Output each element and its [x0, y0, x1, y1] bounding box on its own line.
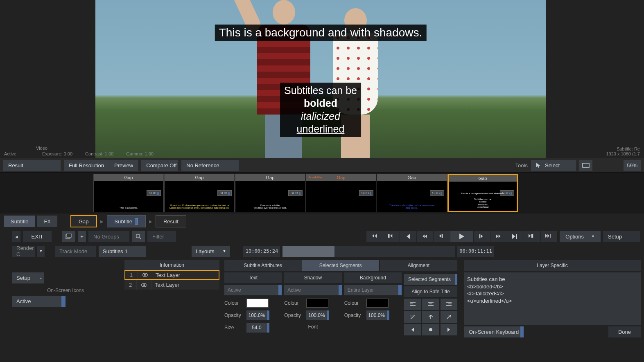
filter-input[interactable]: Filter: [147, 231, 176, 242]
setup-button[interactable]: Setup: [12, 272, 44, 283]
setup-button-top[interactable]: Setup: [603, 231, 640, 242]
go-to-mark-in-button[interactable]: [383, 231, 400, 242]
thumbnail-header: A subtitleGap: [306, 174, 376, 181]
compare-off-button[interactable]: Compare Off: [141, 160, 178, 171]
alignment-column: Selected Segments Align to Safe Title: [404, 272, 457, 335]
tab-selected-segments[interactable]: Selected Segments: [302, 260, 380, 271]
visibility-toggle[interactable]: [138, 271, 152, 279]
options-dropdown[interactable]: Options▼: [560, 231, 601, 242]
alignment-header: Alignment: [380, 260, 457, 271]
full-resolution-button[interactable]: Full Resolution: [64, 160, 109, 171]
align-left-button[interactable]: [404, 299, 421, 310]
nudge-forward-button[interactable]: [474, 231, 490, 242]
align-next-button[interactable]: [441, 324, 457, 335]
text-colour-swatch[interactable]: [246, 299, 269, 308]
alignment-selected-segments[interactable]: Selected Segments: [404, 274, 457, 285]
eye-icon: [142, 273, 148, 277]
visibility-toggle[interactable]: [137, 280, 151, 290]
select-tool-button[interactable]: Select: [531, 160, 576, 171]
viewer-info-right: Subtitle: Re 1920 x 1080 (1.7: [606, 146, 640, 156]
text-opacity-input[interactable]: 100.0%: [246, 310, 269, 320]
go-to-start-button[interactable]: [366, 231, 383, 242]
thumbnail-6[interactable]: Gap SUB This is a background and with sh…: [447, 174, 518, 212]
thumbnail-3[interactable]: Gap SUB One more subtitle,this time over…: [235, 174, 305, 212]
thumbnail-4[interactable]: A subtitleGap SUB: [306, 174, 376, 212]
tab-fx[interactable]: FX: [37, 216, 57, 227]
viewer-canvas[interactable]: This is a background and with shadows. S…: [95, 0, 546, 158]
chevron-right-icon: ▶: [149, 219, 152, 224]
on-screen-keyboard-button[interactable]: On-Screen Keyboard: [464, 326, 524, 337]
no-groups-dropdown[interactable]: No Groups: [88, 231, 129, 242]
step-forward-button[interactable]: [490, 231, 507, 242]
font-label: Font: [284, 324, 341, 330]
prev-event-button[interactable]: [400, 231, 416, 242]
viewer-toolbar: Result Full Resolution Preview Compare O…: [0, 158, 644, 173]
tab-subtitle-attributes[interactable]: Subtitle Attributes: [224, 260, 302, 271]
preview-button[interactable]: Preview: [109, 160, 138, 171]
thumbnail-header: Gap: [235, 174, 305, 181]
overlay-rect-button[interactable]: [579, 160, 592, 171]
thumbnail-2[interactable]: Gap SUB More than 20 characters per seco…: [164, 174, 235, 212]
go-to-mark-out-button[interactable]: [524, 231, 540, 242]
search-button[interactable]: [132, 231, 145, 242]
thumbnail-1[interactable]: Gap SUB This is a subtitle.: [93, 174, 164, 212]
align-top-left-button[interactable]: [404, 311, 421, 323]
shadow-opacity-input[interactable]: 100.0%: [306, 310, 329, 320]
text-active-toggle[interactable]: Active: [224, 285, 282, 295]
background-colour-swatch[interactable]: [366, 299, 389, 308]
done-button[interactable]: Done: [608, 326, 641, 337]
track-mode-dropdown[interactable]: Track Mode: [55, 246, 96, 257]
text-size-input[interactable]: 54.0: [246, 323, 269, 333]
text-col-header: Text: [224, 272, 282, 283]
align-top-right-button[interactable]: [441, 311, 457, 323]
next-event-button[interactable]: [507, 231, 524, 242]
sub-badge: SUB: [359, 190, 373, 196]
shadow-active-toggle[interactable]: Active: [284, 285, 341, 295]
crumb-subtitle[interactable]: Subtitle: [107, 215, 146, 227]
on-screen-icons-active-toggle[interactable]: Active: [12, 296, 66, 307]
sub-badge: SUB: [430, 190, 444, 196]
go-to-end-button[interactable]: [541, 231, 557, 242]
align-to-safe-title-button[interactable]: Align to Safe Title: [404, 286, 457, 297]
timecode-duration[interactable]: 00:00:11:11: [457, 246, 494, 257]
layer-name: Text Layer: [151, 282, 219, 288]
align-center-button[interactable]: [422, 299, 439, 310]
timecode-in[interactable]: 10:00:25:24: [243, 246, 280, 257]
layouts-dropdown[interactable]: Layouts▼: [192, 246, 230, 257]
no-reference-button[interactable]: No Reference: [181, 160, 239, 171]
zoom-level[interactable]: 59%: [624, 160, 641, 171]
crumb-gap[interactable]: Gap: [70, 215, 97, 227]
subtitle-text-editor[interactable]: Subtitles can be <b>bolded</b> <i>italic…: [464, 272, 641, 325]
svg-rect-0: [583, 163, 589, 167]
background-colour-label: Colour: [344, 300, 364, 306]
render-dropdown[interactable]: Render C: [12, 246, 35, 257]
layer-row[interactable]: 2 Text Layer: [124, 280, 219, 290]
shadow-colour-swatch[interactable]: [306, 299, 328, 308]
groups-icon-button[interactable]: [62, 231, 75, 242]
shadow-colour-label: Colour: [284, 300, 304, 306]
align-top-button[interactable]: [422, 311, 439, 323]
subtitles-track-dropdown[interactable]: Subtitles 1: [99, 246, 146, 257]
align-right-button[interactable]: [441, 299, 457, 310]
step-back-button[interactable]: [417, 231, 433, 242]
exit-button[interactable]: EXIT: [23, 231, 52, 242]
thumbnail-5[interactable]: Gap SUB The colour of subtitles can be c…: [377, 174, 447, 212]
exit-chevron[interactable]: ◂: [12, 231, 20, 242]
background-scope-toggle[interactable]: Entire Layer: [344, 285, 402, 295]
play-button[interactable]: [450, 231, 473, 242]
tab-subtitle[interactable]: Subtitle: [4, 216, 35, 227]
background-opacity-input[interactable]: 100.0%: [366, 310, 389, 320]
add-group-button[interactable]: +: [78, 231, 86, 242]
chevron-right-icon: ▶: [100, 219, 104, 224]
layer-row[interactable]: 1 Text Layer: [124, 270, 219, 280]
align-center-dot-button[interactable]: [422, 324, 439, 335]
render-dropdown-arrow[interactable]: ▼: [37, 246, 45, 257]
timeline-scrubber[interactable]: [282, 246, 455, 257]
thumbnail-header: Gap: [94, 174, 163, 181]
align-prev-button[interactable]: [404, 324, 421, 335]
nudge-back-button[interactable]: [434, 231, 450, 242]
rectangle-icon: [582, 163, 590, 168]
crumb-result[interactable]: Result: [156, 215, 186, 227]
thumbnail-header: Gap: [165, 174, 234, 181]
result-button[interactable]: Result: [3, 160, 61, 171]
